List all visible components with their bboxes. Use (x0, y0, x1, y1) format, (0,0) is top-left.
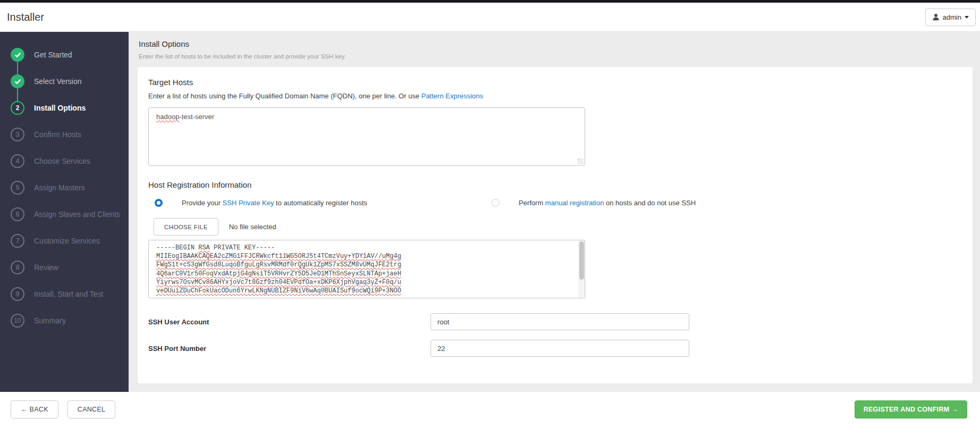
ssh-key-text: -----BEGIN (156, 244, 198, 252)
user-icon (932, 13, 940, 21)
ssh-key-line: 4Q6arC0V1r50FoqVxdAtpjG4gNsiT5VRHvrZY5D5… (156, 270, 571, 278)
page-subtitle: Enter the list of hosts to be included i… (139, 53, 973, 60)
back-button[interactable]: ← BACK (11, 400, 58, 418)
manual-registration-radio[interactable] (492, 199, 500, 207)
manual-registration-option-label: Perform manual registration on hosts and… (519, 199, 696, 207)
wizard-sidebar: Get Started Select Version 2 Install Opt… (0, 32, 129, 392)
ssh-user-row: SSH User Account (148, 313, 962, 330)
sidebar-item-label: Install Options (34, 104, 86, 112)
app-header: Installer admin (0, 3, 980, 32)
option-text: Provide your (182, 199, 223, 207)
step-number-circle: 2 (11, 101, 24, 115)
ssh-port-label: SSH Port Number (148, 345, 430, 353)
ssh-key-radio[interactable] (155, 199, 163, 207)
pattern-expressions-link[interactable]: Pattern Expressions (421, 92, 483, 100)
install-options-card: Target Hosts Enter a list of hosts using… (138, 67, 973, 383)
sidebar-item-label: Assign Masters (34, 183, 85, 192)
ssh-user-input[interactable] (430, 313, 689, 330)
ssh-key-line: Yiyrws7OsvMCv86AHYxjoVc7t8Gzf9zh04EVPdfO… (156, 278, 571, 287)
sidebar-item-label: Summary (34, 316, 66, 325)
target-hosts-value: hadoop (156, 113, 179, 121)
ssh-key-line: -----BEGIN RSA PRIVATE KEY----- (156, 244, 571, 252)
step-number-circle: 3 (11, 128, 24, 141)
ssh-key-line: veDUuiZDuChFokUacODun6YrwLKNgNUBIZF9NiV6… (156, 287, 571, 295)
host-registration-heading: Host Registration Information (148, 180, 962, 189)
target-hosts-heading: Target Hosts (148, 78, 962, 87)
step-number-circle: 4 (11, 154, 24, 168)
step-number-circle: 9 (11, 287, 24, 301)
register-and-confirm-button[interactable]: REGISTER AND CONFIRM → (855, 400, 967, 418)
sidebar-item-confirm-hosts: 3 Confirm Hosts (0, 121, 129, 148)
sidebar-item-label: Review (34, 263, 58, 272)
user-menu-button[interactable]: admin (925, 9, 976, 26)
sidebar-item-label: Get Started (34, 51, 72, 59)
step-number-circle: 7 (11, 234, 24, 248)
ssh-key-option-label: Provide your SSH Private Key to automati… (182, 199, 367, 207)
ssh-key-textarea[interactable]: -----BEGIN RSA PRIVATE KEY----- MIIEogIB… (148, 240, 585, 298)
target-hosts-description-text: Enter a list of hosts using the Fully Qu… (148, 92, 421, 100)
manual-registration-option: Perform manual registration on hosts and… (485, 199, 696, 207)
step-number-circle: 10 (11, 314, 24, 328)
sidebar-item-label: Choose Services (34, 157, 90, 165)
step-done-circle (11, 74, 24, 88)
option-text: Perform (519, 199, 545, 207)
scrollbar-thumb[interactable] (579, 241, 584, 280)
step-number-circle: 8 (11, 261, 24, 274)
ssh-key-line: FWgS1t+cS3gWfGsd8LuqoBfguLgRsvMRMdf0rQgU… (156, 261, 571, 269)
check-icon (14, 52, 21, 58)
ssh-key-file-row: CHOOSE FILE No file selected (148, 218, 962, 236)
step-number-circle: 6 (11, 207, 24, 221)
target-hosts-description: Enter a list of hosts using the Fully Qu… (148, 92, 962, 100)
sidebar-item-install-start-and-test: 9 Install, Start and Test (0, 281, 129, 307)
sidebar-item-assign-slaves-and-clients: 6 Assign Slaves and Clients (0, 201, 129, 228)
ssh-key-text: RSA (198, 244, 210, 252)
ssh-private-key-link[interactable]: SSH Private Key (223, 199, 274, 207)
choose-file-button[interactable]: CHOOSE FILE (154, 218, 218, 236)
target-hosts-value-rest: -test-server (179, 113, 214, 121)
ssh-key-line: MIIEogIBAAKCAQEA2cZMG1FFJCRWkcft11WG5ORJ… (156, 252, 571, 261)
sidebar-item-get-started: Get Started (0, 41, 129, 68)
sidebar-item-label: Customize Services (34, 237, 100, 245)
option-text: on hosts and do not use SSH (604, 199, 696, 207)
page-title: Install Options (139, 38, 973, 48)
sidebar-item-customize-services: 7 Customize Services (0, 228, 129, 254)
sidebar-item-install-options: 2 Install Options (0, 95, 129, 121)
sidebar-item-review: 8 Review (0, 254, 129, 281)
file-status-text: No file selected (229, 223, 276, 231)
app-title: Installer (7, 11, 44, 23)
step-number-circle: 5 (11, 181, 24, 195)
ssh-key-text: PRIVATE KEY----- (210, 244, 275, 252)
sidebar-item-summary: 10 Summary (0, 307, 129, 334)
ssh-key-option: Provide your SSH Private Key to automati… (148, 199, 485, 207)
step-done-circle (11, 48, 24, 62)
sidebar-item-assign-masters: 5 Assign Masters (0, 174, 129, 201)
wizard-footer: ← BACK CANCEL REGISTER AND CONFIRM → (0, 392, 980, 427)
sidebar-item-label: Assign Slaves and Clients (34, 210, 120, 219)
sidebar-item-select-version: Select Version (0, 68, 129, 95)
main-content: Install Options Enter the list of hosts … (129, 32, 980, 392)
target-hosts-textarea[interactable]: hadoop-test-server (148, 107, 585, 166)
ssh-user-label: SSH User Account (148, 318, 430, 326)
ssh-port-input[interactable] (430, 340, 689, 357)
resize-grip-icon[interactable] (578, 158, 584, 164)
cancel-button[interactable]: CANCEL (67, 400, 116, 418)
ssh-port-row: SSH Port Number (148, 340, 962, 357)
manual-registration-link[interactable]: manual registration (545, 199, 604, 207)
registration-options: Provide your SSH Private Key to automati… (148, 199, 962, 207)
sidebar-item-label: Install, Start and Test (34, 290, 103, 298)
user-menu-label: admin (943, 13, 961, 21)
caret-down-icon (965, 16, 969, 19)
scrollbar-track[interactable] (578, 240, 585, 298)
option-text: to automatically register hosts (274, 199, 367, 207)
sidebar-item-label: Select Version (34, 77, 82, 86)
check-icon (14, 78, 21, 85)
sidebar-item-choose-services: 4 Choose Services (0, 148, 129, 174)
sidebar-item-label: Confirm Hosts (34, 130, 81, 139)
